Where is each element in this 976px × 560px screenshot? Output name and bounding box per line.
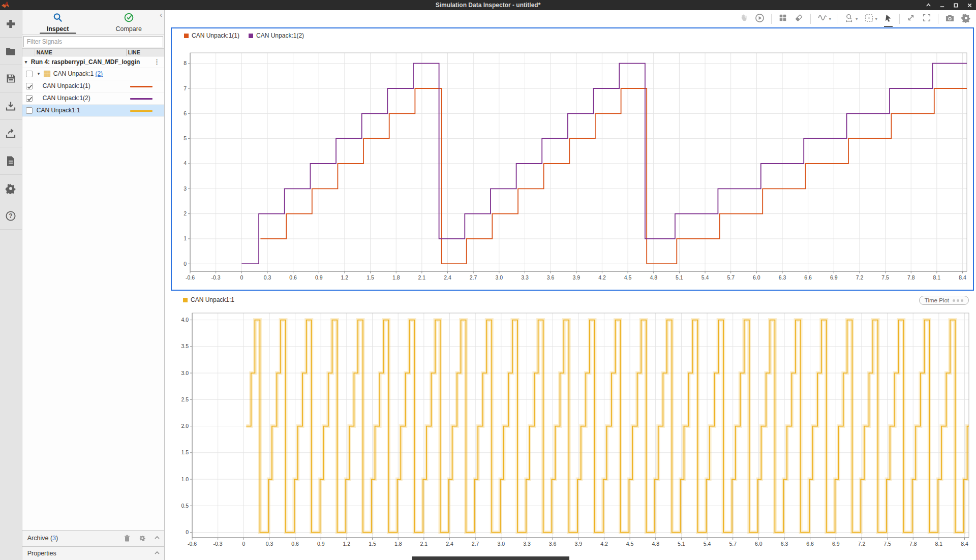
signal-row-0[interactable]: ▾Run 4: raspberrypi_CAN_MDF_loggin⋮ — [22, 56, 164, 68]
chevron-down-icon[interactable]: ▾ — [875, 16, 877, 21]
x-tick-label: 7.2 — [856, 274, 864, 281]
save-button[interactable] — [0, 65, 22, 92]
x-tick-label: 0 — [242, 541, 245, 547]
window-title: Simulation Data Inspector - untitled* — [0, 2, 976, 9]
x-tick-label: 6.3 — [779, 274, 786, 281]
y-tick-label: 5 — [184, 135, 187, 141]
x-tick-label: 7.8 — [909, 541, 917, 547]
x-tick-label: 2.4 — [444, 274, 451, 281]
signal-row-1[interactable]: ▾CAN Unpack:1 (2) — [22, 68, 164, 80]
signal-row-3[interactable]: CAN Unpack:1(2) — [22, 92, 164, 105]
tab-inspect-label: Inspect — [47, 25, 69, 33]
top-plot-canvas[interactable]: -0.6-0.300.30.60.91.21.51.82.12.42.73.03… — [172, 43, 971, 290]
preferences-gear-button[interactable] — [0, 175, 22, 202]
x-tick-label: 2.7 — [470, 274, 477, 281]
replay-icon — [755, 13, 765, 25]
x-tick-label: 4.5 — [626, 541, 634, 547]
fullscreen-button[interactable] — [922, 13, 931, 24]
close-button[interactable] — [966, 2, 973, 9]
x-tick-label: 7.5 — [883, 541, 891, 547]
dock-hint — [412, 556, 569, 560]
subplot-layout-button[interactable] — [778, 13, 787, 24]
active-tab-underline — [40, 33, 76, 34]
run-menu-kebab-icon[interactable]: ⋮ — [154, 58, 160, 66]
chevron-down-icon[interactable]: ▾ — [829, 16, 831, 21]
y-tick-label: 7 — [184, 85, 187, 91]
filter-signals-input[interactable] — [23, 36, 163, 47]
signal-checkbox[interactable] — [26, 95, 33, 102]
time-plot-menu-label: Time Plot — [925, 297, 949, 303]
snapshot-camera-button[interactable] — [945, 14, 955, 24]
signal-count-link[interactable]: (2) — [95, 70, 103, 77]
line-style-swatch[interactable] — [130, 86, 152, 87]
y-tick-label: 1 — [184, 235, 187, 241]
archive-trash-icon[interactable] — [124, 535, 131, 544]
signal-row-2[interactable]: CAN Unpack:1(1) — [22, 80, 164, 92]
import-button[interactable] — [0, 92, 22, 120]
plus-button[interactable] — [0, 10, 22, 38]
signal-label: CAN Unpack1:1 — [37, 107, 80, 114]
maximize-button[interactable] — [953, 2, 959, 9]
time-plot-bottom[interactable]: CAN Unpack1:1 -0.6-0.300.30.60.91.21.51.… — [171, 293, 974, 558]
properties-collapse-icon[interactable] — [154, 550, 160, 557]
signal-checkbox[interactable] — [26, 107, 33, 114]
y-tick-label: 4 — [184, 160, 187, 166]
collapse-caret-icon[interactable]: ▾ — [25, 59, 27, 65]
fit-to-view-button[interactable]: ▾ — [864, 13, 877, 25]
settings-gear-button[interactable] — [961, 13, 971, 25]
minimize-button[interactable] — [939, 2, 946, 9]
line-style-swatch[interactable] — [130, 98, 152, 100]
pan-hand-icon — [739, 13, 748, 24]
export-button[interactable] — [0, 120, 22, 147]
zoom-time-button[interactable]: ▾ — [845, 13, 858, 25]
fullscreen-icon — [922, 13, 931, 24]
time-plot-top[interactable]: CAN Unpack:1(1)CAN Unpack:1(2) -0.6-0.30… — [171, 27, 974, 291]
x-tick-label: 4.2 — [598, 274, 606, 281]
replay-button[interactable] — [755, 13, 765, 25]
y-tick-label: 3.0 — [181, 370, 189, 376]
pointer-cursor-button[interactable] — [884, 13, 893, 24]
series-CAN Unpack:1(1)[interactable] — [260, 88, 967, 264]
y-tick-label: 6 — [184, 110, 187, 116]
time-plot-menu-button[interactable]: Time Plot — [919, 296, 969, 305]
x-tick-label: 3.0 — [496, 274, 503, 281]
compare-check-icon — [124, 12, 134, 25]
pointer-cursor-icon — [884, 13, 893, 24]
line-style-swatch[interactable] — [130, 110, 152, 112]
collapse-caret-icon[interactable]: ▾ — [38, 71, 40, 76]
x-tick-label: -0.6 — [188, 541, 197, 547]
x-tick-label: -0.3 — [211, 274, 221, 281]
y-tick-label: 0 — [186, 529, 189, 535]
x-tick-label: 1.8 — [394, 541, 402, 547]
open-folder-button[interactable] — [0, 38, 22, 65]
chevron-down-icon[interactable]: ▾ — [856, 16, 858, 21]
shade-window-button[interactable] — [925, 2, 932, 9]
properties-bar[interactable]: Properties — [22, 546, 164, 560]
archive-bar[interactable]: Archive (3) — [22, 530, 164, 546]
tab-compare[interactable]: Compare — [93, 10, 164, 34]
expand-plot-button[interactable] — [906, 13, 916, 24]
bottom-plot-canvas[interactable]: -0.6-0.300.30.60.91.21.51.82.12.42.73.03… — [171, 307, 974, 558]
x-tick-label: 5.7 — [729, 541, 737, 547]
inspect-search-icon — [52, 12, 63, 25]
signal-checkbox[interactable] — [26, 71, 33, 77]
report-button[interactable] — [0, 147, 22, 175]
clear-plots-eraser-button[interactable] — [794, 13, 804, 24]
x-tick-label: 0.6 — [291, 541, 299, 547]
signal-checkbox[interactable] — [26, 83, 33, 89]
collapse-panel-button[interactable]: ‹ — [160, 11, 162, 18]
x-tick-label: 5.1 — [676, 274, 683, 281]
signal-wave-button[interactable]: ▾ — [817, 13, 831, 24]
signal-label: CAN Unpack:1 (2) — [53, 70, 103, 77]
y-tick-label: 8 — [184, 60, 187, 66]
x-tick-label: 1.2 — [343, 541, 351, 547]
x-tick-label: 4.8 — [650, 274, 657, 281]
help-button[interactable]: ? — [0, 202, 22, 230]
archive-collapse-icon[interactable] — [154, 535, 160, 544]
signal-row-4[interactable]: CAN Unpack1:1 — [22, 105, 164, 117]
archive-gear-icon[interactable] — [139, 535, 146, 544]
legend-item: CAN Unpack:1(2) — [249, 32, 304, 39]
column-line: LINE — [128, 49, 140, 55]
signals-panel: Inspect Compare ‹ NAME LINE ▾Run 4: rasp… — [22, 10, 165, 560]
tab-inspect[interactable]: Inspect — [22, 10, 94, 34]
